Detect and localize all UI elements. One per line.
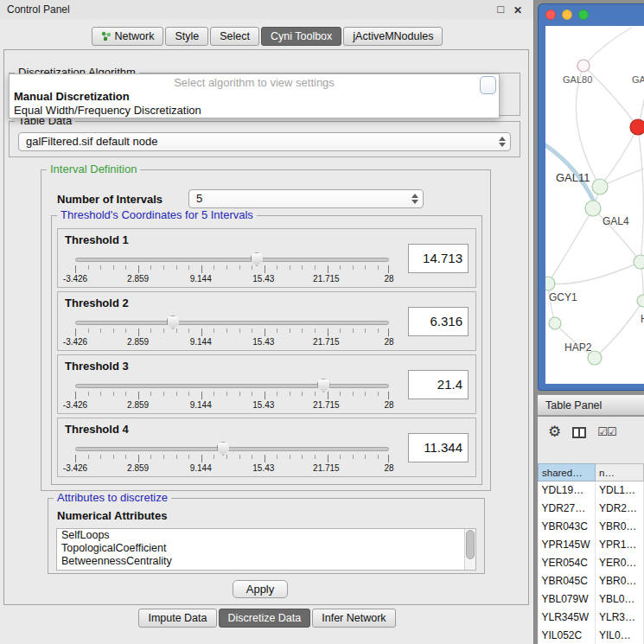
table-row[interactable]: YBR045CYBR0… <box>539 572 644 590</box>
table-cell[interactable]: YDR2… <box>596 500 644 518</box>
slider-handle[interactable] <box>217 442 230 456</box>
list-item[interactable]: SelfLoops <box>57 529 475 542</box>
tab-select[interactable]: Select <box>210 27 259 46</box>
attributes-group: Attributes to discretize Numerical Attri… <box>48 498 485 574</box>
tab-impute-data[interactable]: Impute Data <box>138 609 216 628</box>
network-node[interactable] <box>630 119 644 135</box>
slider-handle[interactable] <box>167 316 180 329</box>
dropdown-option-manual[interactable]: Manual Discretization <box>14 90 130 103</box>
combo-value: 5 <box>196 192 202 205</box>
slider-handle[interactable] <box>251 252 264 266</box>
threshold-value-field[interactable]: 14.713 <box>408 244 469 273</box>
table-row[interactable]: YDR27…YDR2… <box>539 500 644 518</box>
network-edge[interactable] <box>595 301 643 358</box>
network-node[interactable] <box>637 295 644 307</box>
table-cell[interactable]: YER0… <box>596 554 644 572</box>
scrollbar-thumb[interactable] <box>466 530 475 559</box>
tab-cyni-toolbox[interactable]: Cyni Toolbox <box>261 27 341 46</box>
table-cell[interactable]: YBR045C <box>539 572 596 590</box>
table-cell[interactable]: YPR145W <box>539 536 596 554</box>
node-label: GCY1 <box>549 291 577 303</box>
list-scrollbar[interactable] <box>464 529 475 570</box>
table-row[interactable]: YBR043CYBR0… <box>539 518 644 536</box>
control-panel-window: Control Panel □ ✕ Network Style Select C… <box>0 0 534 644</box>
table-cell[interactable]: YIL0… <box>596 627 644 644</box>
table-data-combobox[interactable]: galFiltered.sif default node <box>18 132 511 151</box>
checkbox-icons[interactable]: ☑☑ <box>597 426 615 438</box>
table-cell[interactable]: YPR1… <box>596 536 644 554</box>
slider-handle[interactable] <box>317 379 330 392</box>
table-cell[interactable]: YER054C <box>539 554 596 572</box>
table-row[interactable]: YDL19…YDL1… <box>539 481 644 500</box>
slider-track[interactable] <box>75 384 389 388</box>
network-edge[interactable] <box>548 208 593 284</box>
table-cell[interactable]: YBR043C <box>539 518 596 536</box>
tab-network[interactable]: Network <box>92 27 164 46</box>
table-row[interactable]: YER054CYER0… <box>539 554 644 572</box>
table-row[interactable]: YBL079WYBL0… <box>539 590 644 609</box>
network-view-window: GAL80GAL8GAL11GAL4GCY1HAP2H <box>538 3 644 391</box>
gear-icon[interactable]: ⚙ <box>548 424 561 440</box>
network-node[interactable] <box>549 317 561 329</box>
thresholds-group: Threshold's Coordinates for 5 Intervals … <box>51 215 482 485</box>
table-cell[interactable]: YIL052C <box>539 627 596 644</box>
close-panel-icon[interactable]: ✕ <box>513 3 522 17</box>
table-cell[interactable]: YDL19… <box>539 481 596 500</box>
table-cell[interactable]: YBL079W <box>539 590 596 609</box>
network-edge[interactable] <box>638 127 643 262</box>
threshold-4-panel: Threshold 4 -3.4262.8599.14415.4321.7152… <box>57 418 476 477</box>
float-window-icon[interactable]: □ <box>497 3 504 16</box>
interval-definition-group: Interval Definition Number of Intervals … <box>41 169 491 491</box>
node-label: GAL11 <box>556 171 590 184</box>
table-cell[interactable]: YLR345W <box>539 609 596 627</box>
list-item[interactable]: BetweennessCentrality <box>57 555 475 568</box>
slider-track[interactable] <box>75 321 389 325</box>
network-canvas[interactable]: GAL80GAL8GAL11GAL4GCY1HAP2H <box>545 26 644 384</box>
apply-button[interactable]: Apply <box>233 580 288 598</box>
table-cell[interactable]: YDR27… <box>539 500 596 518</box>
close-button[interactable] <box>545 10 556 20</box>
network-node[interactable] <box>592 179 608 194</box>
network-node[interactable] <box>585 201 601 216</box>
tick-label: 28 <box>384 463 393 473</box>
table-row[interactable]: YPR145WYPR1… <box>539 536 644 554</box>
tick-label: -3.426 <box>63 400 87 410</box>
column-header-name[interactable]: n… <box>596 464 644 481</box>
table-cell[interactable]: YBR0… <box>596 518 644 536</box>
tab-style[interactable]: Style <box>165 27 208 46</box>
network-edge[interactable] <box>600 127 638 187</box>
table-cell[interactable]: YBL0… <box>596 590 644 609</box>
table-cell[interactable]: YBR0… <box>596 572 644 590</box>
node-label: H <box>641 313 644 325</box>
combo-arrow-fragment[interactable] <box>480 76 496 94</box>
table-cell[interactable]: YDL1… <box>596 481 644 500</box>
threshold-value-field[interactable]: 11.344 <box>408 433 469 462</box>
columns-icon[interactable] <box>572 427 586 438</box>
network-edge[interactable] <box>583 28 632 66</box>
network-edge[interactable] <box>638 52 644 127</box>
network-icon <box>101 29 112 47</box>
tab-infer-network[interactable]: Infer Network <box>312 609 395 628</box>
number-of-intervals-combobox[interactable]: 5 <box>188 189 424 208</box>
tick-label: 28 <box>384 400 393 410</box>
minimize-button[interactable] <box>562 10 572 20</box>
table-cell[interactable]: YLR3… <box>596 609 644 627</box>
threshold-value-field[interactable]: 6.316 <box>408 307 469 336</box>
table-row[interactable]: YIL052CYIL0… <box>539 627 644 644</box>
column-header-shared-name[interactable]: shared… <box>539 464 596 481</box>
control-panel-titlebar: Control Panel □ ✕ <box>0 0 533 19</box>
list-item[interactable]: TopologicalCoefficient <box>57 542 475 555</box>
network-edge[interactable] <box>548 262 641 284</box>
slider-track[interactable] <box>75 258 389 262</box>
tab-jactivemnodules[interactable]: jActiveMNodules <box>343 27 443 46</box>
slider-track[interactable] <box>75 447 389 451</box>
dropdown-option-equal-width[interactable]: Equal Width/Frequency Discretization <box>14 104 201 117</box>
network-node[interactable] <box>545 277 555 290</box>
tab-discretize-data[interactable]: Discretize Data <box>219 609 311 628</box>
network-canvas-svg[interactable]: GAL80GAL8GAL11GAL4GCY1HAP2H <box>545 26 644 384</box>
network-node[interactable] <box>577 60 590 72</box>
network-node[interactable] <box>634 255 644 269</box>
table-row[interactable]: YLR345WYLR3… <box>539 609 644 627</box>
zoom-button[interactable] <box>578 10 589 20</box>
threshold-value-field[interactable]: 21.4 <box>408 370 469 399</box>
